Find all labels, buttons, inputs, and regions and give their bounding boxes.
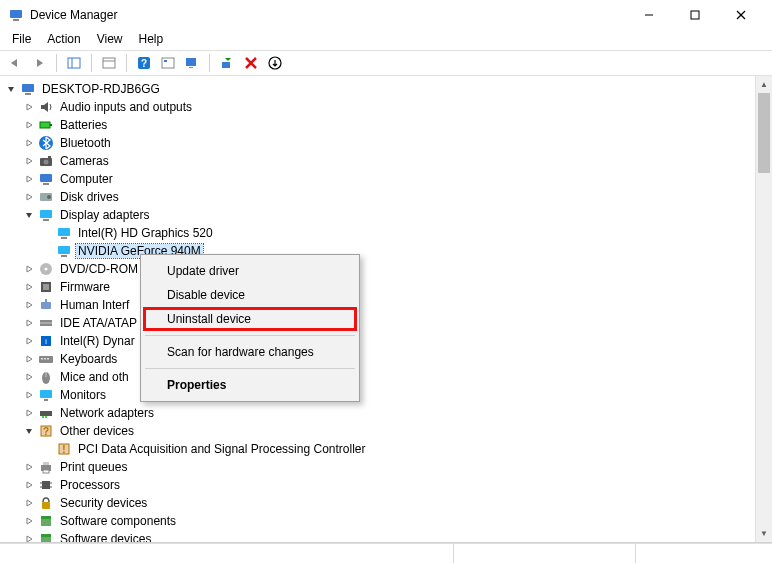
menu-file[interactable]: File: [4, 30, 39, 50]
tree-node[interactable]: IDE ATA/ATAP: [4, 314, 772, 332]
menu-help[interactable]: Help: [131, 30, 172, 50]
svg-rect-0: [10, 10, 22, 18]
expand-icon[interactable]: [22, 100, 36, 114]
tree-node[interactable]: Disk drives: [4, 188, 772, 206]
help-button[interactable]: ?: [133, 52, 155, 74]
tree-node[interactable]: Network adapters: [4, 404, 772, 422]
scroll-thumb[interactable]: [758, 93, 770, 173]
tree-node[interactable]: Human Interf: [4, 296, 772, 314]
expand-icon[interactable]: [22, 280, 36, 294]
expand-icon[interactable]: [22, 118, 36, 132]
expand-icon[interactable]: [22, 406, 36, 420]
enable-button[interactable]: [264, 52, 286, 74]
svg-rect-66: [42, 481, 50, 489]
display-icon: [56, 225, 72, 241]
tree-node[interactable]: Intel(R) HD Graphics 520: [4, 224, 772, 242]
tree-node[interactable]: NVIDIA GeForce 940M: [4, 242, 772, 260]
tree-node[interactable]: Cameras: [4, 152, 772, 170]
context-uninstall-device[interactable]: Uninstall device: [143, 307, 357, 331]
expand-icon[interactable]: [22, 154, 36, 168]
tree-node[interactable]: !PCI Data Acquisition and Signal Process…: [4, 440, 772, 458]
expand-icon[interactable]: [22, 370, 36, 384]
collapse-icon[interactable]: [4, 82, 18, 96]
expand-icon[interactable]: [22, 388, 36, 402]
expand-icon[interactable]: [22, 172, 36, 186]
svg-rect-71: [42, 502, 50, 509]
tree-node[interactable]: Computer: [4, 170, 772, 188]
vertical-scrollbar[interactable]: ▲ ▼: [755, 76, 772, 542]
svg-rect-1: [13, 19, 19, 21]
expand-icon[interactable]: [22, 478, 36, 492]
expand-icon[interactable]: [22, 136, 36, 150]
scan-hardware-button[interactable]: [216, 52, 238, 74]
svg-text:?: ?: [43, 426, 49, 437]
mouse-icon: [38, 369, 54, 385]
svg-rect-12: [162, 58, 174, 68]
expand-icon[interactable]: [22, 514, 36, 528]
tree-node[interactable]: Software devices: [4, 530, 772, 542]
tree-node-label: Audio inputs and outputs: [58, 100, 194, 114]
expand-icon[interactable]: [22, 298, 36, 312]
tree-node[interactable]: Bluetooth: [4, 134, 772, 152]
expand-icon[interactable]: [22, 334, 36, 348]
properties-button[interactable]: [98, 52, 120, 74]
svg-rect-73: [41, 516, 51, 519]
menu-action[interactable]: Action: [39, 30, 88, 50]
content-area: DESKTOP-RDJB6GGAudio inputs and outputsB…: [0, 76, 772, 543]
tree-node[interactable]: Processors: [4, 476, 772, 494]
expand-icon[interactable]: [22, 316, 36, 330]
scroll-down-button[interactable]: ▼: [756, 525, 772, 542]
scroll-up-button[interactable]: ▲: [756, 76, 772, 93]
context-disable-device[interactable]: Disable device: [143, 283, 357, 307]
expand-icon[interactable]: [22, 532, 36, 542]
expand-icon[interactable]: [22, 496, 36, 510]
tree-node[interactable]: DESKTOP-RDJB6GG: [4, 80, 772, 98]
svg-text:?: ?: [141, 58, 147, 69]
scroll-track[interactable]: [756, 173, 772, 525]
collapse-icon[interactable]: [22, 424, 36, 438]
tree-node[interactable]: Monitors: [4, 386, 772, 404]
tree-node[interactable]: Audio inputs and outputs: [4, 98, 772, 116]
close-button[interactable]: [718, 0, 764, 30]
expand-icon[interactable]: [22, 352, 36, 366]
minimize-button[interactable]: [626, 0, 672, 30]
tree-node[interactable]: Print queues: [4, 458, 772, 476]
context-scan-hardware[interactable]: Scan for hardware changes: [143, 340, 357, 364]
svg-rect-51: [47, 358, 49, 360]
tree-node[interactable]: Keyboards: [4, 350, 772, 368]
context-properties[interactable]: Properties: [143, 373, 357, 397]
maximize-button[interactable]: [672, 0, 718, 30]
uninstall-button[interactable]: [240, 52, 262, 74]
tree-node[interactable]: Display adapters: [4, 206, 772, 224]
audio-icon: [38, 99, 54, 115]
tree-node[interactable]: Software components: [4, 512, 772, 530]
svg-rect-35: [61, 237, 67, 239]
forward-button[interactable]: [28, 52, 50, 74]
collapse-icon[interactable]: [22, 208, 36, 222]
tree-node[interactable]: Firmware: [4, 278, 772, 296]
tree-node-label: Monitors: [58, 388, 108, 402]
expander-placeholder: [40, 226, 54, 240]
tree-node-label: Firmware: [58, 280, 112, 294]
toolbar-icon[interactable]: [181, 52, 203, 74]
tree-node[interactable]: ?Other devices: [4, 422, 772, 440]
tree-node[interactable]: iIntel(R) Dynar: [4, 332, 772, 350]
menu-view[interactable]: View: [89, 30, 131, 50]
svg-rect-8: [103, 58, 115, 68]
tree-node[interactable]: Batteries: [4, 116, 772, 134]
context-update-driver[interactable]: Update driver: [143, 259, 357, 283]
tree-node[interactable]: Mice and oth: [4, 368, 772, 386]
svg-rect-14: [186, 58, 196, 66]
svg-rect-56: [40, 411, 52, 416]
device-tree[interactable]: DESKTOP-RDJB6GGAudio inputs and outputsB…: [0, 76, 772, 542]
tree-node[interactable]: DVD/CD-ROM: [4, 260, 772, 278]
expand-icon[interactable]: [22, 262, 36, 276]
show-hide-console-tree-button[interactable]: [63, 52, 85, 74]
expand-icon[interactable]: [22, 190, 36, 204]
tree-node[interactable]: Security devices: [4, 494, 772, 512]
toolbar-icon[interactable]: [157, 52, 179, 74]
tree-node-label: Processors: [58, 478, 122, 492]
back-button[interactable]: [4, 52, 26, 74]
expand-icon[interactable]: [22, 460, 36, 474]
svg-rect-50: [44, 358, 46, 360]
